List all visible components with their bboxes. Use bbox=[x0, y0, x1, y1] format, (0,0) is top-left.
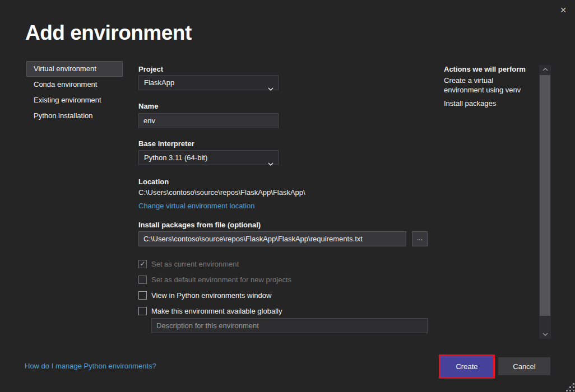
sidebar-item-conda-environment[interactable]: Conda environment bbox=[27, 77, 122, 92]
sidebar-item-python-installation[interactable]: Python installation bbox=[27, 109, 122, 123]
description-input[interactable] bbox=[151, 318, 428, 333]
install-packages-input[interactable] bbox=[138, 231, 406, 246]
checkbox-unchecked-icon[interactable] bbox=[138, 307, 147, 315]
checkbox-unchecked-icon[interactable] bbox=[138, 276, 147, 284]
scroll-up-icon[interactable] bbox=[539, 65, 551, 74]
scroll-down-icon[interactable] bbox=[539, 330, 551, 339]
checkbox-row-view-environments: View in Python environments window bbox=[138, 291, 271, 300]
checkbox-row-set-current: ✓ Set as current environment bbox=[138, 259, 239, 268]
sidebar-item-virtual-environment[interactable]: Virtual environment bbox=[27, 62, 122, 76]
checkbox-label: Make this environment available globally bbox=[151, 307, 282, 315]
chevron-down-icon bbox=[268, 81, 273, 95]
location-path: C:\Users\contoso\source\repos\FlaskApp\F… bbox=[138, 188, 305, 197]
resize-grip-icon[interactable] bbox=[565, 382, 575, 392]
help-link[interactable]: How do I manage Python environments? bbox=[25, 362, 156, 370]
checkbox-row-set-default: Set as default environment for new proje… bbox=[138, 275, 291, 284]
add-environment-dialog: ✕ Add environment Virtual environment Co… bbox=[0, 0, 575, 392]
checkbox-row-available-globally: Make this environment available globally bbox=[138, 306, 282, 315]
change-location-link[interactable]: Change virtual environment location bbox=[138, 202, 254, 210]
scrollbar[interactable] bbox=[539, 65, 551, 339]
project-label: Project bbox=[138, 65, 163, 73]
base-interpreter-label: Base interpreter bbox=[138, 139, 194, 148]
environment-type-list: Virtual environment Conda environment Ex… bbox=[27, 62, 122, 124]
checkbox-unchecked-icon[interactable] bbox=[138, 291, 147, 300]
action-item: Install packages bbox=[444, 99, 534, 108]
checkbox-label: Set as default environment for new proje… bbox=[151, 276, 291, 284]
browse-button[interactable]: ... bbox=[412, 231, 428, 246]
scrollbar-thumb[interactable] bbox=[540, 75, 550, 316]
checkbox-label: Set as current environment bbox=[151, 260, 239, 268]
name-input[interactable] bbox=[138, 113, 279, 128]
action-item: Create a virtual environment using venv bbox=[444, 76, 534, 95]
create-button[interactable]: Create bbox=[440, 356, 493, 377]
install-packages-label: Install packages from file (optional) bbox=[138, 221, 261, 229]
create-button-highlight: Create bbox=[439, 354, 495, 379]
checkbox-label: View in Python environments window bbox=[151, 291, 271, 300]
base-interpreter-select[interactable]: Python 3.11 (64-bit) bbox=[138, 150, 279, 165]
base-interpreter-select-value: Python 3.11 (64-bit) bbox=[144, 153, 207, 162]
cancel-button[interactable]: Cancel bbox=[498, 357, 550, 375]
name-label: Name bbox=[138, 102, 158, 110]
actions-panel-title: Actions we will perform bbox=[444, 65, 536, 73]
project-select[interactable]: FlaskApp bbox=[138, 75, 279, 90]
close-icon[interactable]: ✕ bbox=[558, 4, 569, 16]
page-title: Add environment bbox=[25, 21, 192, 45]
checkbox-checked-icon[interactable]: ✓ bbox=[138, 260, 147, 268]
project-select-value: FlaskApp bbox=[144, 78, 174, 87]
location-label: Location bbox=[138, 178, 169, 186]
chevron-down-icon bbox=[268, 156, 273, 170]
sidebar-item-existing-environment[interactable]: Existing environment bbox=[27, 93, 122, 108]
